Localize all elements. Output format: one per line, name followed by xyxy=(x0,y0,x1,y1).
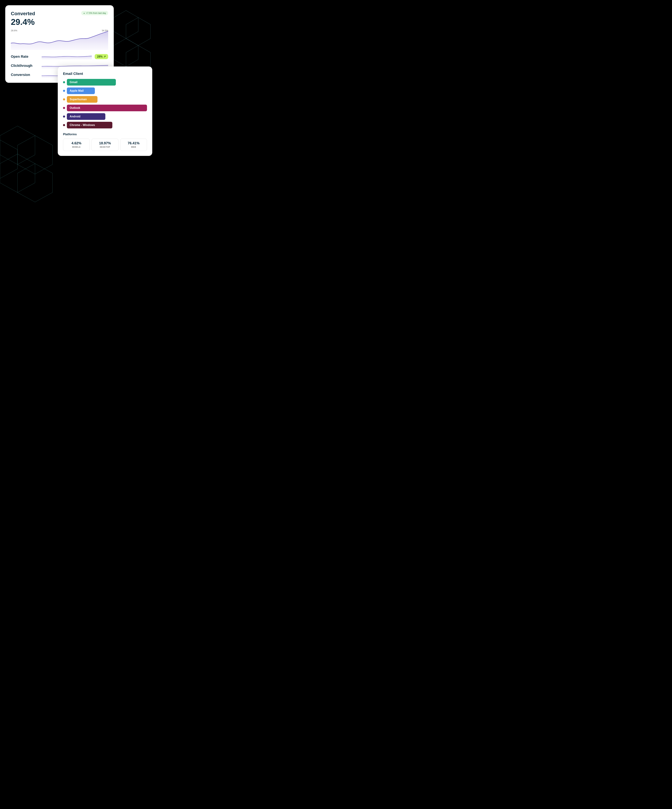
platform-desktop: 18.97% DESKTOP xyxy=(92,139,118,151)
superhuman-dot xyxy=(63,98,65,101)
desktop-label: DESKTOP xyxy=(100,146,110,148)
list-item: Chrome - Windows xyxy=(63,122,147,128)
android-dot xyxy=(63,116,65,117)
mobile-label: MOBILE xyxy=(72,146,81,148)
chrome-dot xyxy=(63,124,65,126)
apple-mail-dot xyxy=(63,90,65,92)
open-rate-badge: 28% ↗ xyxy=(95,54,108,59)
card-value: 29.4% xyxy=(11,17,108,27)
gmail-bar: Gmail xyxy=(67,79,116,86)
open-rate-row: Open Rate 28% ↗ xyxy=(11,54,108,60)
open-rate-label: Open Rate xyxy=(11,55,39,59)
svg-marker-0 xyxy=(114,10,138,39)
card-title: Converted xyxy=(11,11,35,17)
list-item: Outlook xyxy=(63,105,147,111)
chart-label-start: 28.6% xyxy=(11,29,17,32)
android-bar: Android xyxy=(67,113,105,120)
platform-mobile: 4.62% MOBILE xyxy=(63,139,90,151)
platforms-title: Platforms xyxy=(63,133,147,136)
platform-web: 76.41% WEB xyxy=(120,139,147,151)
email-client-title: Email Client xyxy=(63,72,147,76)
list-item: Superhuman xyxy=(63,96,147,103)
outlook-bar: Outlook xyxy=(67,105,147,111)
chart-label-end: 34.5% xyxy=(102,29,108,32)
email-client-card: Email Client Gmail Apple Mail Superhuman… xyxy=(58,67,152,156)
chrome-bar: Chrome - Windows xyxy=(67,122,113,128)
web-pct: 76.41% xyxy=(122,141,145,145)
clickthrough-label: Clickthrough xyxy=(11,64,39,68)
svg-marker-8 xyxy=(0,140,17,178)
svg-marker-5 xyxy=(17,136,52,174)
apple-mail-bar: Apple Mail xyxy=(67,87,95,94)
web-label: WEB xyxy=(131,146,136,148)
desktop-pct: 18.97% xyxy=(94,141,116,145)
svg-marker-7 xyxy=(17,164,52,202)
svg-marker-6 xyxy=(0,154,35,193)
conversion-label: Conversion xyxy=(11,73,39,77)
list-item: Android xyxy=(63,113,147,120)
list-item: Apple Mail xyxy=(63,87,147,94)
platforms-grid: 4.62% MOBILE 18.97% DESKTOP 76.41% WEB xyxy=(63,139,147,151)
mobile-pct: 4.62% xyxy=(65,141,88,145)
main-chart: 28.6% 34.5% xyxy=(11,29,108,50)
card-header: Converted +7.5% from last day xyxy=(11,11,108,17)
outlook-dot xyxy=(63,107,65,109)
svg-marker-2 xyxy=(114,39,138,67)
trend-badge: +7.5% from last day xyxy=(81,11,108,15)
superhuman-bar: Superhuman xyxy=(67,96,97,103)
gmail-dot xyxy=(63,81,65,83)
list-item: Gmail xyxy=(63,79,147,86)
svg-marker-1 xyxy=(126,17,151,45)
client-list: Gmail Apple Mail Superhuman Outlook Andr… xyxy=(63,79,147,128)
svg-marker-4 xyxy=(0,126,35,164)
